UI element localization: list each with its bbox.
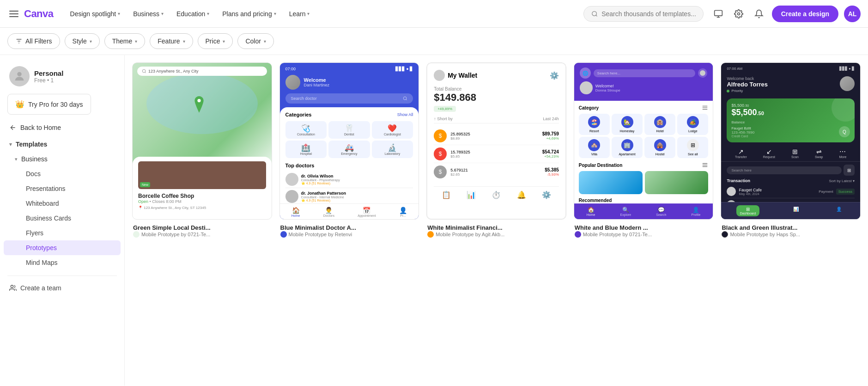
crown-icon: 👑 (15, 100, 24, 109)
template-info-1: Green Simple Local Desti... Mobile Proto… (132, 220, 272, 239)
template-thumb-5: 07:00 AM ▊▊▊ ● ▊ Welcome back Alfredo To… (721, 62, 861, 220)
logo[interactable]: Canva (24, 8, 54, 20)
bell-icon (754, 9, 764, 18)
template-title-5: Black and Green Illustrat... (722, 224, 860, 231)
template-title-2: Blue Minimalist Doctor A... (280, 224, 419, 231)
template-card-5[interactable]: 07:00 AM ▊▊▊ ● ▊ Welcome back Alfredo To… (721, 62, 861, 239)
arrow-left-icon (9, 124, 17, 131)
create-design-button[interactable]: Create a design (772, 6, 838, 22)
user-info: Personal Free • 1 (34, 69, 115, 84)
nav-design-spotlight[interactable]: Design spotlight ▾ (65, 7, 126, 20)
monitor-icon-button[interactable] (711, 6, 726, 21)
sidebar-item-whiteboard[interactable]: Whiteboard (4, 196, 121, 211)
monitor-icon (714, 9, 723, 18)
template-title-1: Green Simple Local Desti... (133, 224, 271, 231)
chevron-down-icon: ▾ (90, 39, 92, 44)
style-filter-button[interactable]: Style ▾ (65, 33, 100, 49)
sidebar-user: Personal Free • 1 (0, 62, 124, 94)
sidebar-item-flyers[interactable]: Flyers (4, 226, 121, 240)
template-subtitle-5: Mobile Prototype by Haps Sp... (722, 231, 860, 238)
chevron-down-icon: ▾ (15, 156, 18, 162)
svg-rect-1 (714, 10, 722, 16)
svg-point-10 (403, 97, 407, 100)
template-card-3[interactable]: My Wallet ⚙️ Total Balance $149.868 +49,… (426, 62, 566, 239)
sidebar-item-business-cards[interactable]: Business Cards (4, 211, 121, 226)
search-input[interactable] (601, 10, 696, 18)
nav-education[interactable]: Education ▾ (171, 7, 215, 20)
nav-icons: Create a design AL (711, 6, 861, 22)
svg-point-7 (11, 285, 13, 288)
template-info-4: White and Blue Modern ... Mobile Prototy… (574, 220, 714, 239)
sidebar-divider (7, 276, 117, 276)
hamburger-button[interactable] (7, 9, 20, 19)
filter-icon (15, 37, 23, 45)
nav-business[interactable]: Business ▾ (127, 7, 169, 20)
users-icon (9, 284, 17, 292)
user-icon (13, 70, 26, 83)
template-card-1[interactable]: 123 Anywhere St., Any City New (132, 62, 272, 239)
settings-icon-button[interactable] (731, 6, 746, 21)
template-card-2[interactable]: 07:00 ▊▊▊ ● ▊ Welcome Dani Martinez (279, 62, 419, 239)
template-info-3: White Minimalist Financi... Mobile Proto… (426, 220, 566, 239)
theme-filter-button[interactable]: Theme ▾ (104, 33, 146, 49)
main-layout: Personal Free • 1 👑 Try Pro for 30 days … (0, 55, 868, 386)
template-thumb-2: 07:00 ▊▊▊ ● ▊ Welcome Dani Martinez (279, 62, 419, 220)
chevron-down-icon: ▾ (161, 11, 164, 16)
try-pro-button[interactable]: 👑 Try Pro for 30 days (7, 94, 91, 115)
user-meta: Free • 1 (34, 77, 115, 84)
avatar[interactable]: AL (844, 6, 861, 22)
sidebar-item-mind-maps[interactable]: Mind Maps (4, 255, 121, 270)
top-nav: Canva Design spotlight ▾ Business ▾ Educ… (0, 0, 868, 28)
svg-point-6 (17, 72, 21, 76)
feature-filter-button[interactable]: Feature ▾ (150, 33, 193, 49)
template-info-5: Black and Green Illustrat... Mobile Prot… (721, 220, 861, 239)
nav-plans-pricing[interactable]: Plans and pricing ▾ (217, 7, 281, 20)
sidebar: Personal Free • 1 👑 Try Pro for 30 days … (0, 55, 125, 386)
template-thumb-3: My Wallet ⚙️ Total Balance $149.868 +49,… (426, 62, 566, 220)
search-bar (583, 6, 704, 22)
chevron-down-icon: ▾ (223, 39, 225, 44)
color-filter-button[interactable]: Color ▾ (237, 33, 273, 49)
chevron-down-icon: ▾ (9, 141, 12, 147)
svg-point-9 (198, 99, 201, 102)
content-area: 123 Anywhere St., Any City New (125, 55, 868, 386)
templates-grid: 123 Anywhere St., Any City New (132, 62, 861, 239)
all-filters-button[interactable]: All Filters (7, 33, 60, 49)
user-name: Personal (34, 69, 115, 77)
chevron-down-icon: ▾ (135, 39, 137, 44)
business-sub-header[interactable]: ▾ Business (0, 152, 124, 166)
svg-point-8 (142, 69, 146, 73)
chevron-down-icon: ▾ (307, 11, 310, 16)
nav-items: Design spotlight ▾ Business ▾ Education … (65, 7, 580, 20)
sidebar-item-presentations[interactable]: Presentations (4, 181, 121, 196)
template-title-4: White and Blue Modern ... (575, 224, 713, 231)
filter-bar: All Filters Style ▾ Theme ▾ Feature ▾ Pr… (0, 28, 868, 55)
svg-point-2 (737, 12, 740, 15)
sidebar-item-prototypes[interactable]: Prototypes (4, 240, 121, 255)
bell-icon-button[interactable] (752, 6, 766, 21)
chevron-down-icon: ▾ (274, 11, 276, 16)
template-subtitle-4: Mobile Prototype by 0721-Te... (575, 231, 713, 238)
back-to-home-link[interactable]: Back to Home (0, 120, 124, 135)
logo-text: Canva (24, 8, 54, 20)
template-card-4[interactable]: 🌐 Search here... (574, 62, 714, 239)
gear-icon (734, 9, 743, 18)
user-avatar[interactable] (9, 66, 30, 86)
chevron-down-icon: ▾ (183, 39, 185, 44)
template-subtitle-2: Mobile Prototype by Retenvi (280, 231, 419, 238)
price-filter-button[interactable]: Price ▾ (198, 33, 233, 49)
template-subtitle-3: Mobile Prototype by Agit Akb... (427, 231, 565, 238)
sidebar-item-docs[interactable]: Docs (4, 166, 121, 181)
nav-learn[interactable]: Learn ▾ (284, 7, 316, 20)
template-title-3: White Minimalist Financi... (427, 224, 565, 231)
template-thumb-4: 🌐 Search here... (574, 62, 714, 220)
svg-point-0 (592, 11, 597, 16)
sidebar-section-templates: ▾ Templates ▾ Business Docs Presentation… (0, 135, 124, 272)
template-subtitle-1: Mobile Prototype by 0721-Te... (133, 231, 271, 238)
chevron-down-icon: ▾ (264, 39, 266, 44)
chevron-down-icon: ▾ (207, 11, 209, 16)
templates-header[interactable]: ▾ Templates (0, 137, 124, 152)
search-icon (591, 10, 598, 18)
create-team-link[interactable]: Create a team (0, 280, 124, 296)
template-thumb-1: 123 Anywhere St., Any City New (132, 62, 272, 220)
